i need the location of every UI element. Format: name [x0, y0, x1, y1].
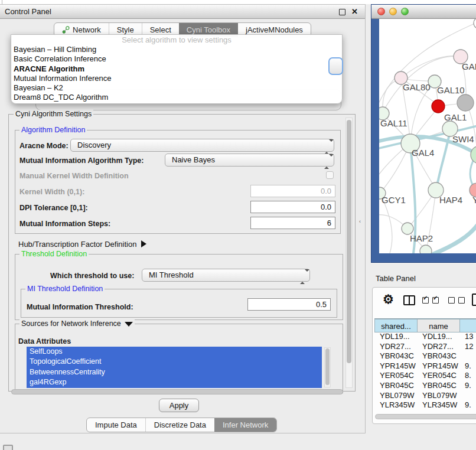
- table-row[interactable]: YBR043C YBR043C: [374, 351, 476, 361]
- node-label: GCY1: [382, 195, 406, 205]
- settings-vertical-scrollbar[interactable]: [345, 118, 353, 388]
- settings-group-title: Cyni Algorithm Settings: [14, 110, 93, 118]
- cell-name: YDL19...: [417, 332, 459, 342]
- table-panel-title: Table Panel: [376, 274, 416, 283]
- attribute-list-scrollbar[interactable]: [324, 347, 331, 387]
- table-horizontal-scrollbar[interactable]: [375, 414, 476, 419]
- node-partial-top[interactable]: [474, 19, 476, 29]
- table-row[interactable]: YBR045C YBR045C 9.: [374, 381, 476, 391]
- expand-right-icon: [141, 240, 146, 247]
- mi-threshold-field[interactable]: [247, 298, 331, 311]
- cell-name: YDR27...: [417, 342, 459, 352]
- float-window-icon[interactable]: [339, 9, 345, 15]
- cell-value: 9.: [459, 400, 476, 410]
- cell-value: 8.: [459, 371, 476, 381]
- table-row[interactable]: YLR345W YLR345W 9.: [374, 400, 476, 410]
- apply-button[interactable]: Apply: [159, 399, 199, 412]
- dropdown-item[interactable]: Basic Correlation Inference: [11, 54, 342, 64]
- dropdown-item[interactable]: Bayesian – K2: [11, 83, 342, 93]
- mi-threshold-title: MI Threshold Definition: [25, 285, 105, 293]
- mi-steps-field[interactable]: [250, 217, 335, 229]
- dropdown-prompt: Select algorithm to view settings: [11, 35, 342, 45]
- cell-shared-name: YPR145W: [374, 361, 417, 371]
- aracne-mode-value: Discovery: [77, 139, 111, 151]
- maximize-traffic-light-icon[interactable]: [401, 8, 409, 15]
- table-panel: ⚙ ✓ ✓ shared... name YDL19... YDL19... 1…: [372, 287, 476, 424]
- column-header-partial[interactable]: [459, 319, 476, 332]
- cell-value: [459, 351, 476, 361]
- attribute-item-selected[interactable]: BetweennessCentrality: [27, 367, 322, 377]
- sources-title-wrap[interactable]: Sources for Network Inference: [19, 319, 135, 328]
- minimize-traffic-light-icon[interactable]: [389, 8, 397, 15]
- table-row[interactable]: YPR145W YPR145W 9.: [374, 361, 476, 371]
- attribute-item-selected[interactable]: gal4RGexp: [27, 377, 322, 387]
- network-graph: GAL GAL80 GAL10 GAL1 GAL11 SWI4 GAL4 GCY…: [379, 19, 476, 253]
- column-header-name[interactable]: name: [417, 319, 459, 332]
- attribute-item-selected[interactable]: SelfLoops: [27, 347, 322, 357]
- cell-shared-name: YLR345W: [374, 400, 417, 410]
- table-row[interactable]: YDL19... YDL19... 13: [374, 332, 476, 342]
- dpi-tolerance-field[interactable]: [250, 201, 335, 213]
- table-row[interactable]: YER054C YER054C 8.: [374, 371, 476, 381]
- table-row[interactable]: YIL052C YIL052C 9.: [374, 410, 476, 412]
- checked-checkbox-icon[interactable]: ✓: [432, 297, 439, 304]
- cell-value: 9.: [459, 381, 476, 391]
- hub-definition-label: Hub/Transcription Factor Definition: [18, 240, 136, 249]
- dropdown-item[interactable]: Dream8 DC_TDC Algorithm: [11, 93, 342, 102]
- table-row[interactable]: YDR27... YDR27... 12: [374, 342, 476, 352]
- cell-shared-name: YDR27...: [374, 342, 417, 352]
- node-hap2[interactable]: [402, 223, 413, 234]
- split-columns-icon[interactable]: [403, 295, 415, 305]
- mi-type-combo[interactable]: Naive Bayes: [165, 154, 334, 167]
- document-icon[interactable]: [472, 294, 476, 306]
- network-icon: [62, 26, 70, 34]
- mi-type-value: Naive Bayes: [172, 154, 215, 166]
- which-threshold-combo[interactable]: MI Threshold: [142, 269, 310, 282]
- cell-name: YBR045C: [417, 381, 459, 391]
- node-label: GAL10: [437, 85, 465, 95]
- hub-definition-expander[interactable]: Hub/Transcription Factor Definition: [18, 240, 146, 249]
- cell-value: 9.: [459, 410, 476, 412]
- control-panel-titlebar: Control Panel ✕: [0, 5, 365, 19]
- tab-discretize-data[interactable]: Discretize Data: [145, 418, 214, 432]
- node-label: GAL: [462, 61, 476, 71]
- sources-title: Sources for Network Inference: [21, 319, 121, 328]
- stepper-arrows-icon: [300, 272, 305, 282]
- unchecked-checkbox-icon[interactable]: [448, 297, 455, 304]
- node-red[interactable]: [432, 100, 445, 113]
- bottom-tabs: Impute Data Discretize Data Infer Networ…: [86, 418, 277, 432]
- network-canvas[interactable]: GAL GAL80 GAL10 GAL1 GAL11 SWI4 GAL4 GCY…: [379, 19, 476, 253]
- cell-name: YIL052C: [417, 410, 459, 412]
- column-header-shared-name[interactable]: shared...: [374, 319, 417, 332]
- node-gray[interactable]: [457, 94, 474, 111]
- tab-infer-network[interactable]: Infer Network: [214, 418, 276, 432]
- cell-value: 13: [459, 332, 476, 342]
- checked-checkbox-icon[interactable]: ✓: [422, 297, 429, 304]
- stepper-arrows-icon: [324, 156, 329, 167]
- mi-threshold-label: Mutual Information Threshold:: [27, 303, 133, 311]
- cell-shared-name: YBR045C: [374, 381, 417, 391]
- dropdown-item[interactable]: Mutual Information Inference: [11, 74, 342, 83]
- gear-icon[interactable]: ⚙: [383, 292, 394, 306]
- manual-kernel-checkbox[interactable]: [326, 171, 334, 179]
- settings-horizontal-scrollbar[interactable]: [11, 389, 343, 394]
- cell-name: YER054C: [417, 371, 459, 381]
- tab-impute-data[interactable]: Impute Data: [87, 418, 145, 432]
- close-icon[interactable]: ✕: [351, 5, 358, 18]
- attribute-item-selected[interactable]: TopologicalCoefficient: [27, 357, 322, 367]
- aracne-mode-label: Aracne Mode:: [19, 142, 69, 150]
- node-right-green[interactable]: [471, 146, 476, 164]
- unchecked-checkbox-icon[interactable]: [458, 297, 465, 304]
- algorithm-definition-title: Algorithm Definition: [19, 126, 87, 134]
- threshold-definition-title: Threshold Definition: [19, 250, 89, 258]
- node-label: SWI4: [452, 134, 474, 144]
- kernel-width-field[interactable]: [250, 185, 335, 197]
- table-row[interactable]: YBL079W YBL079W: [374, 391, 476, 401]
- close-traffic-light-icon[interactable]: [377, 8, 385, 15]
- aracne-mode-combo[interactable]: Discovery: [70, 139, 334, 152]
- dropdown-item-aracne[interactable]: ARACNE Algorithm: [11, 64, 342, 74]
- node-partial-bottom[interactable]: [420, 245, 432, 253]
- dropdown-item[interactable]: Bayesian – Hill Climbing: [11, 45, 342, 54]
- cell-shared-name: YER054C: [374, 371, 417, 381]
- focused-combo-fragment: [328, 57, 343, 75]
